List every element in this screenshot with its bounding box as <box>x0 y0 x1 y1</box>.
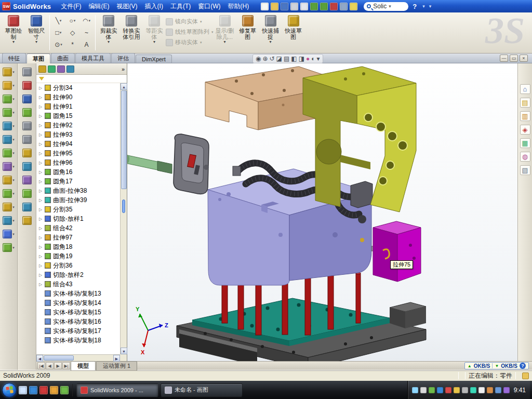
text-tool[interactable]: A <box>79 38 94 50</box>
flyout-arrow-icon[interactable]: ▾ <box>12 111 15 115</box>
flyout-arrow-icon[interactable]: ▾ <box>12 151 15 155</box>
scroll-thumb-h[interactable] <box>44 355 74 361</box>
tray-1-icon[interactable] <box>412 387 418 393</box>
tab-evaluate[interactable]: 评估 <box>111 53 135 63</box>
tab-surfaces[interactable]: 曲面 <box>51 53 75 63</box>
model-tab[interactable]: 模型 <box>71 361 96 370</box>
previous-view-icon[interactable]: ↺ <box>270 55 275 62</box>
menu-help[interactable]: 帮助(H) <box>224 1 253 12</box>
tray-3-icon[interactable] <box>429 387 435 393</box>
expand-arrow-icon[interactable]: ▷ <box>39 207 45 212</box>
draft-icon[interactable]: ▾ <box>3 189 15 198</box>
tab-mold-tools[interactable]: 模具工具 <box>75 53 111 63</box>
expand-arrow-icon[interactable]: ▷ <box>39 170 45 175</box>
expand-arrow-icon[interactable]: ▷ <box>39 161 45 165</box>
expand-arrow-icon[interactable]: ▷ <box>39 263 45 268</box>
motion-study-tab[interactable]: 运动算例 1 <box>96 361 137 370</box>
hide-show-items-icon[interactable]: ◨ <box>299 55 304 62</box>
search-dropdown-icon[interactable]: ▾ <box>389 4 391 9</box>
configurationmanager-tab-icon[interactable] <box>57 65 65 73</box>
tree-item[interactable]: ▷圆角15 <box>36 111 120 121</box>
view-settings-icon[interactable]: ▾ <box>316 55 320 62</box>
tab-nav-1-button[interactable]: ◀ <box>46 362 54 369</box>
extruded-boss-icon[interactable]: ▾ <box>3 68 15 76</box>
dropdown-arrow-icon[interactable]: ▾ <box>12 40 15 44</box>
net-help-button[interactable]: ? <box>520 363 526 369</box>
menu-file[interactable]: 文件(F) <box>57 1 85 12</box>
tray-7-icon[interactable] <box>462 387 468 393</box>
scroll-down-icon[interactable]: ▼ <box>121 348 127 354</box>
tree-item[interactable]: ▷切除-放样2 <box>36 270 120 280</box>
sketch-button[interactable]: 草图绘制▾ <box>2 14 25 44</box>
rapid-sketch-button[interactable]: 快速草图 <box>282 14 305 40</box>
expand-arrow-icon[interactable]: ▷ <box>39 273 45 277</box>
expand-arrow-icon[interactable]: ▷ <box>39 282 45 287</box>
show-desktop-icon[interactable] <box>19 386 27 394</box>
tree-item[interactable]: ▷分割35 <box>36 205 120 214</box>
dimxpertmanager-tab-icon[interactable] <box>66 65 74 73</box>
lofted-boss-icon[interactable]: ▾ <box>3 108 15 117</box>
arc-tool[interactable]: ◠▾ <box>79 15 94 26</box>
color-swatch-icon[interactable] <box>350 3 357 10</box>
propertymanager-tab-icon[interactable] <box>48 65 56 73</box>
circle-tool[interactable]: ○▾ <box>65 15 79 26</box>
polygon-tool[interactable]: ◇ <box>65 26 79 38</box>
help-button[interactable]: ? <box>409 3 420 10</box>
trim-icon[interactable] <box>22 122 32 130</box>
menu-window[interactable]: 窗口(W) <box>194 1 224 12</box>
line-tool[interactable]: ╲▾ <box>51 15 65 26</box>
tab-nav-0-button[interactable]: |◀ <box>37 362 45 369</box>
options-icon[interactable] <box>340 3 348 10</box>
shell-icon[interactable]: ▾ <box>3 203 15 211</box>
dropdown-arrow-icon[interactable]: ▾ <box>270 40 272 44</box>
tree-item[interactable]: ▷分割34 <box>36 83 120 92</box>
dropdown-arrow-icon[interactable]: ▾ <box>88 19 90 23</box>
rebuild-icon[interactable] <box>330 3 338 10</box>
tree-item[interactable]: ▷实体-移动/复制17 <box>36 326 120 336</box>
tab-nav-2-button[interactable]: ▶ <box>54 362 62 369</box>
snaps-icon[interactable] <box>22 216 32 225</box>
apply-scene-icon[interactable]: ◐ <box>311 55 315 62</box>
tree-item[interactable]: ▷曲面-拉伸38 <box>36 186 120 195</box>
spline-tool[interactable]: ~ <box>79 26 94 38</box>
dimension-icon[interactable] <box>22 95 32 103</box>
flyout-arrow-icon[interactable]: ▾ <box>12 97 15 101</box>
fillet-icon[interactable]: ▾ <box>3 149 15 157</box>
trim-entities-button[interactable]: 剪裁实体▾ <box>97 14 120 44</box>
home-icon[interactable]: ⌂ <box>520 84 530 94</box>
tree-item[interactable]: ▷拉伸96 <box>36 158 120 167</box>
tray-11-icon[interactable] <box>495 387 501 393</box>
expand-arrow-icon[interactable]: ▷ <box>39 142 45 147</box>
design-library-icon[interactable]: ▤ <box>520 98 530 108</box>
revolved-boss-icon[interactable]: ▾ <box>3 81 15 90</box>
tree-item[interactable]: ▷分割36 <box>36 261 120 270</box>
point-tool[interactable]: * <box>65 38 79 50</box>
dropdown-arrow-icon[interactable]: ▾ <box>224 40 226 44</box>
tree-item[interactable]: ▷拉伸93 <box>36 130 120 139</box>
flyout-arrow-icon[interactable]: ▾ <box>12 84 15 88</box>
repair-sketch-button[interactable]: 修复草图 <box>236 14 259 40</box>
expand-arrow-icon[interactable]: ▷ <box>39 86 45 90</box>
tree-vertical-scrollbar[interactable]: ▲ ▼ <box>120 83 127 354</box>
new-document-icon[interactable] <box>261 3 269 10</box>
menu-view[interactable]: 视图(V) <box>113 1 141 12</box>
panel-splitter-grip[interactable] <box>122 200 125 213</box>
edit-appearance-icon[interactable]: ● <box>306 55 310 62</box>
tree-item[interactable]: ▷切除-放样1 <box>36 214 120 223</box>
tree-item[interactable]: ▷拉伸92 <box>36 121 120 130</box>
flyout-arrow-icon[interactable]: ▾ <box>12 232 15 236</box>
flyout-arrow-icon[interactable]: ▾ <box>12 192 15 196</box>
3d-model-exploded-view[interactable]: Y Z X <box>127 63 517 361</box>
solidworks-resources-icon[interactable]: ◈ <box>520 125 530 135</box>
rectangle-tool[interactable]: □▾ <box>51 26 65 38</box>
appearances-icon[interactable]: ◍ <box>520 152 530 162</box>
section-view-icon[interactable]: ◪ <box>276 55 282 62</box>
menu-edit[interactable]: 编辑(E) <box>85 1 113 12</box>
solidworks-launcher-icon[interactable] <box>39 386 48 394</box>
tree-filter-bar[interactable] <box>36 75 127 83</box>
tray-5-icon[interactable] <box>445 387 451 393</box>
tab-nav-3-button[interactable]: ▶| <box>62 362 70 369</box>
dropdown-arrow-icon[interactable]: ▾ <box>60 19 62 23</box>
part-extrude75-block[interactable] <box>373 221 421 282</box>
revolved-cut-icon[interactable]: ▾ <box>3 135 15 144</box>
